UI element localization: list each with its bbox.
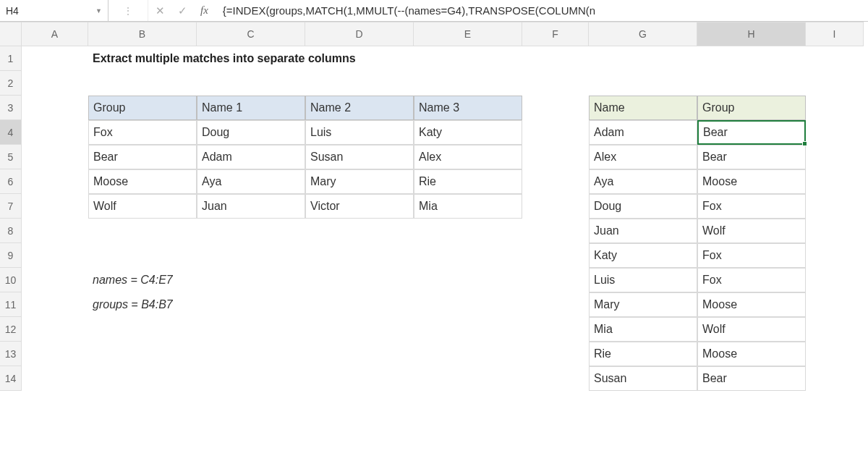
cell[interactable] <box>806 317 864 342</box>
cell[interactable] <box>589 46 697 71</box>
cell[interactable] <box>806 145 864 169</box>
col-hdr-A[interactable]: A <box>22 22 88 46</box>
cell[interactable] <box>697 71 806 96</box>
left-header[interactable]: Name 1 <box>197 96 305 120</box>
row-hdr-1[interactable]: 1 <box>0 46 22 71</box>
table-cell[interactable]: Susan <box>305 145 414 169</box>
cell[interactable] <box>697 46 806 71</box>
cell[interactable] <box>197 366 305 391</box>
row-hdr-4[interactable]: 4 <box>0 120 22 145</box>
table-cell[interactable]: Mary <box>589 292 697 317</box>
table-cell[interactable]: Susan <box>589 366 697 391</box>
cell[interactable] <box>806 96 864 120</box>
col-hdr-D[interactable]: D <box>305 22 414 46</box>
cell[interactable] <box>806 219 864 243</box>
cell[interactable] <box>197 243 305 268</box>
cell[interactable] <box>22 145 88 169</box>
table-cell[interactable]: Wolf <box>88 194 197 219</box>
cell[interactable] <box>305 317 414 342</box>
cell[interactable] <box>522 219 589 243</box>
cell[interactable] <box>88 366 197 391</box>
table-cell[interactable]: Bear <box>697 366 806 391</box>
cell[interactable] <box>414 268 522 292</box>
cell[interactable] <box>88 317 197 342</box>
cell[interactable] <box>22 120 88 145</box>
cell[interactable] <box>22 219 88 243</box>
cell[interactable] <box>414 292 522 317</box>
table-cell[interactable]: Fox <box>697 194 806 219</box>
right-header[interactable]: Name <box>589 96 697 120</box>
row-hdr-8[interactable]: 8 <box>0 219 22 243</box>
selected-cell-H4[interactable]: Bear <box>697 120 806 145</box>
select-all-corner[interactable] <box>0 22 22 46</box>
cell[interactable] <box>197 342 305 366</box>
table-cell[interactable]: Wolf <box>697 317 806 342</box>
table-cell[interactable]: Moose <box>697 292 806 317</box>
left-header[interactable]: Name 2 <box>305 96 414 120</box>
row-hdr-14[interactable]: 14 <box>0 366 22 391</box>
cell[interactable] <box>22 71 88 96</box>
cell[interactable] <box>806 46 864 71</box>
table-cell[interactable]: Adam <box>197 145 305 169</box>
cell[interactable] <box>88 219 197 243</box>
col-hdr-H[interactable]: H <box>697 22 806 46</box>
table-cell[interactable]: Fox <box>697 243 806 268</box>
col-hdr-F[interactable]: F <box>522 22 589 46</box>
cell[interactable] <box>305 71 414 96</box>
col-hdr-B[interactable]: B <box>88 22 197 46</box>
cell[interactable] <box>414 219 522 243</box>
cell[interactable] <box>22 317 88 342</box>
cell[interactable] <box>305 243 414 268</box>
fx-icon[interactable]: fx <box>200 4 208 17</box>
cell[interactable] <box>806 71 864 96</box>
cell[interactable] <box>88 342 197 366</box>
cell[interactable] <box>305 268 414 292</box>
table-cell[interactable]: Victor <box>305 194 414 219</box>
cell[interactable] <box>522 71 589 96</box>
row-hdr-10[interactable]: 10 <box>0 268 22 292</box>
cell[interactable] <box>22 194 88 219</box>
right-header[interactable]: Group <box>697 96 806 120</box>
cell[interactable] <box>522 317 589 342</box>
table-cell[interactable]: Luis <box>305 120 414 145</box>
cell[interactable] <box>197 219 305 243</box>
table-cell[interactable]: Moose <box>88 169 197 194</box>
formula-input[interactable]: {=INDEX(groups,MATCH(1,MMULT(--(names=G4… <box>223 0 868 21</box>
cell[interactable] <box>522 96 589 120</box>
table-cell[interactable]: Moose <box>697 342 806 366</box>
cell[interactable] <box>806 120 864 145</box>
table-cell[interactable]: Mia <box>414 194 522 219</box>
cell[interactable] <box>22 243 88 268</box>
cell[interactable] <box>522 169 589 194</box>
cell[interactable] <box>806 366 864 391</box>
col-hdr-C[interactable]: C <box>197 22 305 46</box>
table-cell[interactable]: Katy <box>414 120 522 145</box>
col-hdr-G[interactable]: G <box>589 22 697 46</box>
table-cell[interactable]: Juan <box>589 219 697 243</box>
table-cell[interactable]: Aya <box>197 169 305 194</box>
row-hdr-5[interactable]: 5 <box>0 145 22 169</box>
table-cell[interactable]: Mia <box>589 317 697 342</box>
cell[interactable] <box>806 243 864 268</box>
cancel-formula-icon[interactable]: ✕ <box>156 4 165 17</box>
cell[interactable] <box>88 243 197 268</box>
table-cell[interactable]: Alex <box>414 145 522 169</box>
left-header[interactable]: Name 3 <box>414 96 522 120</box>
row-hdr-6[interactable]: 6 <box>0 169 22 194</box>
table-cell[interactable]: Fox <box>88 120 197 145</box>
row-hdr-13[interactable]: 13 <box>0 342 22 366</box>
cell[interactable] <box>414 317 522 342</box>
cell[interactable] <box>22 292 88 317</box>
table-cell[interactable]: Fox <box>697 268 806 292</box>
row-hdr-11[interactable]: 11 <box>0 292 22 317</box>
cell[interactable] <box>22 268 88 292</box>
table-cell[interactable]: Wolf <box>697 219 806 243</box>
cell[interactable] <box>522 268 589 292</box>
cell[interactable] <box>197 71 305 96</box>
cell[interactable] <box>414 71 522 96</box>
cell[interactable] <box>806 342 864 366</box>
cell[interactable] <box>88 71 197 96</box>
cell[interactable] <box>522 120 589 145</box>
row-hdr-7[interactable]: 7 <box>0 194 22 219</box>
cell[interactable] <box>22 169 88 194</box>
